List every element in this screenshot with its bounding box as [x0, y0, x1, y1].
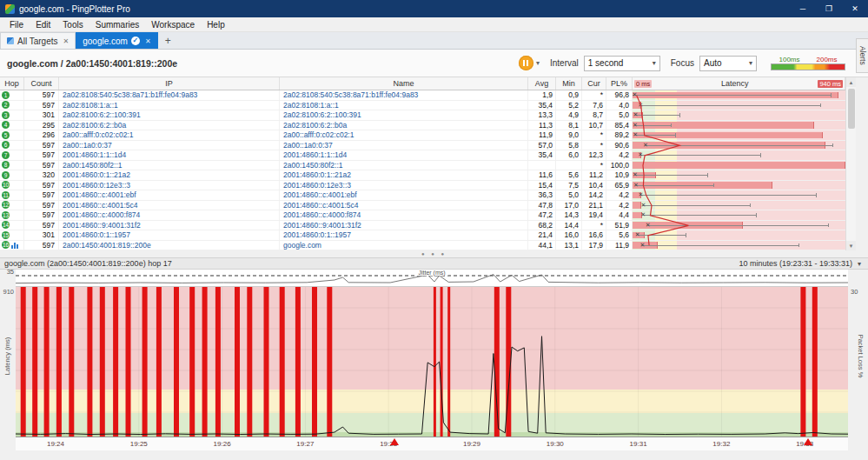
minimize-icon[interactable]: ─	[790, 0, 816, 17]
tab-all-targets[interactable]: All Targets ✕	[0, 32, 76, 49]
table-row-hop-4[interactable]: 42952a02:8100:6:2::b0a2a02:8100:6:2::b0a…	[0, 121, 845, 131]
menu-help[interactable]: Help	[201, 20, 231, 30]
col-min[interactable]: Min	[556, 77, 582, 90]
cell-min	[556, 161, 582, 170]
menu-summaries[interactable]: Summaries	[89, 20, 146, 30]
cell-ip: 2a02:8108:540:5c38:8a71:b1ff:fe04:9a83	[59, 90, 280, 100]
menu-tools[interactable]: Tools	[56, 20, 89, 30]
table-row-hop-2[interactable]: 25972a02:8108:1:a::12a02:8108:1:a::135,4…	[0, 101, 845, 111]
cell-pl: 10,9	[606, 170, 633, 180]
timeline-graph[interactable]	[16, 287, 848, 437]
table-row-hop-6[interactable]: 65972a00::1a0:0:372a00::1a0:0:3757,05,8*…	[0, 141, 845, 151]
table-row-hop-12[interactable]: 125972001:4860::c:4001:5c42001:4860::c:4…	[0, 201, 845, 211]
table-row-hop-3[interactable]: 33012a02:8100:6:2::100:3912a02:8100:6:2:…	[0, 110, 845, 121]
hop-number-badge: 7	[2, 151, 10, 159]
avg-latency-marker: ✕	[640, 242, 646, 248]
packet-loss-bar	[633, 162, 845, 169]
table-row-hop-8[interactable]: 85972a00:1450:80f2::12a00:1450:80f2::1*1…	[0, 161, 845, 171]
loss-axis-max: 30	[851, 288, 858, 296]
menu-workspace[interactable]: Workspace	[145, 20, 201, 30]
chevron-down-icon[interactable]: ▾	[858, 260, 861, 268]
maximize-icon[interactable]: ❐	[816, 0, 842, 17]
col-pl[interactable]: PL%	[606, 77, 633, 90]
tab-google[interactable]: google.com ✓ ✕	[76, 32, 157, 49]
trace-pause-button[interactable]	[519, 56, 533, 70]
col-cur[interactable]: Cur	[582, 77, 606, 90]
table-row-hop-1[interactable]: 15972a02:8108:540:5c38:8a71:b1ff:fe04:9a…	[0, 90, 845, 101]
col-name[interactable]: Name	[280, 77, 528, 90]
cell-latency-graph: ✕	[633, 230, 845, 240]
cell-avg: 47,2	[528, 210, 556, 220]
interval-select[interactable]: 1 second ▾	[584, 56, 660, 71]
cell-avg: 15,4	[528, 181, 556, 190]
cell-cur: *	[582, 221, 606, 230]
close-tab-icon[interactable]: ✕	[145, 37, 151, 45]
col-ip[interactable]: IP	[59, 77, 280, 90]
menu-edit[interactable]: Edit	[30, 20, 56, 30]
new-tab-button[interactable]: +	[158, 32, 178, 49]
cell-name: 2a00::afff:0:c02:c02:1	[280, 130, 528, 140]
table-row-hop-9[interactable]: 93202001:4860:0:1::21a22001:4860:0:1::21…	[0, 170, 845, 181]
cell-latency-graph: ✕	[633, 221, 845, 230]
scroll-down-icon[interactable]: ▼	[846, 241, 856, 250]
menu-file[interactable]: File	[3, 20, 30, 30]
focused-hop-chart-icon	[11, 242, 18, 249]
chevron-down-icon[interactable]: ▾	[536, 59, 540, 67]
latency-axis-label: Latency (ms)	[3, 329, 11, 384]
col-hop[interactable]: Hop	[0, 77, 24, 90]
table-row-hop-5[interactable]: 52962a00::afff:0:c02:c02:12a00::afff:0:c…	[0, 130, 845, 141]
whisker-end-tick	[707, 173, 708, 177]
col-count[interactable]: Count	[24, 77, 59, 90]
cell-cur: *	[582, 90, 606, 100]
table-row-hop-11[interactable]: 115972001:4860::c:4001:ebf2001:4860::c:4…	[0, 190, 845, 201]
cell-pl: 4,2	[606, 190, 633, 200]
cell-count: 597	[24, 241, 59, 250]
jitter-axis-max: 35	[1, 268, 14, 276]
cell-ip: 2001:4860::c:4001:5c4	[59, 201, 280, 210]
table-row-hop-7[interactable]: 75972001:4860:1:1::1d42001:4860:1:1::1d4…	[0, 150, 845, 161]
alerts-side-tab[interactable]: Alerts	[856, 38, 868, 73]
focus-select[interactable]: Auto ▾	[699, 56, 757, 71]
cell-min: 16,0	[556, 230, 582, 240]
cell-pl: 4,4	[606, 210, 633, 220]
table-scrollbar[interactable]: ▲ ▼	[845, 77, 856, 250]
table-row-hop-15[interactable]: 153012001:4860:0:1::19572001:4860:0:1::1…	[0, 230, 845, 241]
cell-pl: 65,9	[606, 181, 633, 190]
close-tab-icon[interactable]: ✕	[63, 37, 70, 45]
cell-name: 2001:4860::c:4001:5c4	[280, 201, 528, 210]
cell-name: 2001:4860:0:12e3::3	[280, 181, 528, 190]
cell-min: 17,0	[556, 201, 582, 210]
hop-number-badge: 8	[2, 161, 10, 169]
cell-ip: 2001:4860:0:1::21a2	[59, 170, 280, 180]
table-row-hop-10[interactable]: 105972001:4860:0:12e3::32001:4860:0:12e3…	[0, 181, 845, 191]
splitter-handle[interactable]: ● ● ●	[0, 250, 868, 257]
cell-ip: 2a00::afff:0:c02:c02:1	[59, 130, 280, 140]
cell-avg: 57,0	[528, 141, 556, 150]
whisker-end-tick	[686, 233, 686, 237]
cell-ip: 2001:4860::9:4001:31f2	[59, 221, 280, 230]
scroll-up-icon[interactable]: ▲	[846, 77, 856, 87]
close-icon[interactable]: ✕	[842, 0, 868, 17]
table-row-hop-16[interactable]: 165972a00:1450:4001:819::200egoogle.com4…	[0, 241, 845, 251]
latency-range-whisker	[643, 215, 756, 216]
cell-avg: 1,9	[528, 90, 556, 100]
alert-marker-icon[interactable]	[804, 438, 812, 445]
cell-avg: 21,4	[528, 230, 556, 240]
latency-range-whisker	[635, 175, 707, 176]
jitter-label: Jitter (ms)	[415, 270, 447, 276]
legend-200ms-label: 200ms	[816, 56, 837, 63]
latency-scale-max: 940 ms	[818, 80, 843, 88]
avg-latency-marker: ✕	[643, 142, 648, 148]
avg-latency-marker: ✕	[633, 132, 638, 138]
table-row-hop-13[interactable]: 135972001:4860::c:4000:f8742001:4860::c:…	[0, 210, 845, 221]
col-latency[interactable]: 0 ms Latency 940 ms	[633, 77, 845, 90]
hop-number-badge: 13	[2, 211, 10, 219]
col-avg[interactable]: Avg	[528, 77, 556, 90]
cell-ip: 2001:4860:0:1::1957	[59, 230, 280, 240]
cell-cur: 10,4	[582, 181, 606, 190]
scrollbar-thumb[interactable]	[848, 89, 855, 129]
cell-latency-graph: ✕	[633, 90, 845, 100]
latency-range-whisker	[648, 225, 829, 226]
alert-marker-icon[interactable]	[390, 438, 399, 445]
table-row-hop-14[interactable]: 145972001:4860::9:4001:31f22001:4860::9:…	[0, 221, 845, 231]
